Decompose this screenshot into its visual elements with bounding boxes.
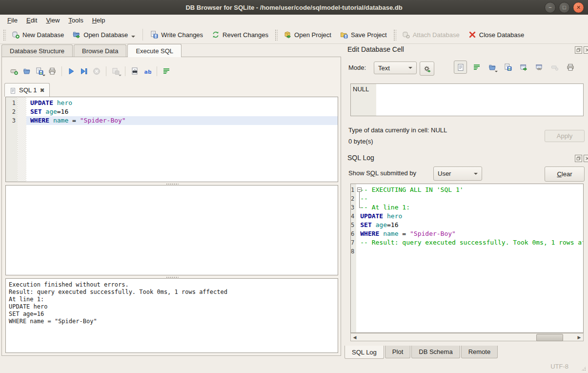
maximize-button[interactable]: □ [559,2,570,13]
code-token: age [376,221,387,228]
cell-value-editor[interactable]: NULL [350,83,584,116]
find-replace-button[interactable] [128,65,141,77]
text-mode-icon [457,63,465,71]
window-controls: − □ ✕ [545,2,584,13]
mode-select[interactable]: Text [374,62,417,74]
close-icon[interactable] [584,46,588,54]
print-button[interactable] [46,65,59,77]
code-token [383,212,387,220]
save-file-button[interactable] [502,61,514,73]
main-toolbar: New DatabaseOpen DatabaseWrite ChangesRe… [0,26,588,44]
chevron-down-icon[interactable] [131,36,135,38]
tab-execute-sql[interactable]: Execute SQL [127,44,182,57]
auto-apply-button[interactable] [420,62,434,76]
mode-select-value: Text [378,64,390,72]
code-token: = [399,230,410,237]
close-icon[interactable] [584,155,588,162]
execute-line-button[interactable] [78,65,90,77]
menu-help[interactable]: Help [88,16,110,25]
log-filter-value: User [438,170,451,177]
resize-grip[interactable] [580,365,587,372]
save-project-button[interactable]: Save Project [336,28,391,41]
minimize-button[interactable]: − [545,2,556,13]
titlebar: DB Browser for SQLite - /home/user/code/… [0,0,588,15]
dock-tab-plot[interactable]: Plot [385,346,410,358]
copy-link-icon [535,63,543,71]
new-tab-button[interactable] [8,65,20,77]
menu-edit[interactable]: Edit [22,16,41,25]
set-null-button[interactable] [548,61,561,73]
menu-tools[interactable]: Tools [64,16,87,25]
new-database-icon [12,31,20,39]
execute-all-button[interactable] [65,65,78,77]
format-sql-button[interactable]: ab [141,65,154,77]
tab-database-structure[interactable]: Database Structure [1,44,73,57]
close-button[interactable]: ✕ [573,2,584,13]
toolbar-separator [106,66,106,76]
set-null-icon [551,63,559,71]
open-sql-file-button[interactable] [20,65,33,77]
menu-view[interactable]: View [41,16,64,25]
print-button[interactable] [564,61,576,73]
open-sql-file-icon [23,67,31,75]
execution-message-pane[interactable]: Execution finished without errors. Resul… [5,278,338,353]
chevron-down-icon[interactable] [42,75,45,76]
save-sql-file-button[interactable] [33,65,46,77]
code-token: SET [30,108,41,115]
code-token: SET [360,221,371,228]
code-line: -- At line 1: [356,203,584,212]
dock-tab-db-schema[interactable]: DB Schema [411,346,460,358]
float-icon[interactable] [575,155,582,162]
dock-tab-sql-log[interactable]: SQL Log [345,346,384,359]
chevron-down-icon [408,67,412,69]
code-line: -- Result: query executed successfully. … [356,238,584,247]
save-results-button[interactable] [109,65,122,77]
dock-tab-bar: SQL LogPlotDB SchemaRemote [345,346,499,359]
code-token: =16 [57,108,68,115]
close-database-button[interactable]: Close Database [464,28,529,41]
attach-database-button[interactable]: Attach Database [398,28,464,41]
scroll-right-arrow[interactable]: ▶ [575,333,583,341]
code-text-area[interactable]: UPDATE heroSET age=16WHERE name = "Spide… [26,97,338,182]
close-tab-icon[interactable]: ✖ [40,87,44,94]
results-grid[interactable] [5,185,338,275]
code-text-area[interactable]: -- EXECUTING ALL IN 'SQL 1'---- At line … [356,184,584,332]
open-project-button[interactable]: Open Project [279,28,336,41]
chevron-down-icon[interactable] [495,71,498,72]
text-mode-button[interactable] [454,61,467,74]
export-external-icon [520,63,527,71]
code-line: -- [356,194,584,203]
statusbar: UTF-8 [0,360,588,373]
execution-message-text: Execution finished without errors. Resul… [6,279,338,328]
sql-log-view[interactable]: 12345678-- EXECUTING ALL IN 'SQL 1'---- … [350,184,584,333]
toolbar-button-label: Close Database [479,31,525,39]
write-changes-button[interactable]: Write Changes [146,28,207,41]
sql-doc-tab[interactable]: SQL 1✖ [4,83,50,97]
menu-file[interactable]: File [3,16,22,25]
apply-button[interactable]: Apply [545,130,585,142]
revert-changes-button[interactable]: Revert Changes [207,28,273,41]
scroll-thumb[interactable] [536,334,563,341]
code-line: -- EXECUTING ALL IN 'SQL 1' [356,186,584,194]
chevron-down-icon[interactable] [119,75,122,76]
scroll-left-arrow[interactable]: ◀ [351,333,359,341]
stop-button[interactable] [90,65,103,77]
open-database-button[interactable]: Open Database [68,28,140,41]
import-file-button[interactable] [486,61,498,73]
sql-editor[interactable]: 123UPDATE heroSET age=16WHERE name = "Sp… [5,97,338,182]
log-filter-select[interactable]: User [433,166,482,181]
word-wrap-button[interactable] [160,65,173,77]
scroll-track[interactable] [359,333,575,341]
toolbar-separator [61,66,62,76]
copy-link-button[interactable] [533,61,545,73]
new-database-button[interactable]: New Database [7,28,68,41]
export-external-button[interactable] [517,61,529,73]
sql-log-title: SQL Log [347,154,374,162]
word-wrap-icon [473,63,481,71]
dock-tab-remote[interactable]: Remote [461,346,498,358]
word-wrap-button[interactable] [470,61,483,73]
log-horizontal-scrollbar[interactable]: ◀ ▶ [350,333,584,341]
tab-browse-data[interactable]: Browse Data [74,44,126,57]
float-icon[interactable] [575,46,582,54]
clear-log-button[interactable]: Clear [545,166,585,182]
